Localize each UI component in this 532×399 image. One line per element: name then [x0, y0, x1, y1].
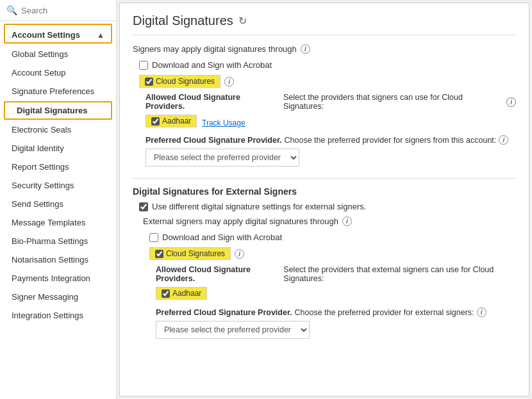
ext-preferred-provider-info-icon[interactable]: i	[477, 307, 486, 317]
sidebar-item-notarisation-settings[interactable]: Notarisation Settings	[0, 250, 116, 269]
aadhaar-checkbox[interactable]	[151, 117, 160, 126]
account-settings-label[interactable]: Account Settings ▲	[4, 24, 112, 44]
ext-cloud-signatures-checkbox[interactable]	[155, 250, 163, 258]
ext-preferred-provider-dropdown[interactable]: Please select the preferred provider	[156, 321, 310, 339]
ext-aadhaar-badge: Aadhaar	[156, 287, 207, 300]
ext-preferred-provider-label-row: Preferred Cloud Signature Provider. Choo…	[156, 307, 516, 317]
external-signers-section: Digital Signatures for External Signers …	[133, 186, 516, 339]
ext-download-acrobat-row: Download and Sign with Acrobat	[143, 232, 516, 242]
ext-download-acrobat-label: Download and Sign with Acrobat	[162, 232, 282, 242]
download-acrobat-checkbox[interactable]	[139, 61, 148, 70]
sidebar-item-send-settings[interactable]: Send Settings	[0, 195, 116, 213]
ext-preferred-provider-section: Preferred Cloud Signature Provider. Choo…	[156, 307, 516, 339]
refresh-icon[interactable]: ↻	[238, 15, 247, 27]
search-input[interactable]	[21, 6, 110, 15]
ext-download-acrobat-checkbox[interactable]	[149, 233, 158, 242]
allowed-providers-section: Allowed Cloud Signature Providers. Selec…	[145, 93, 516, 127]
sidebar-item-bio-pharma-settings[interactable]: Bio-Pharma Settings	[0, 232, 116, 250]
provider-badges-row: Aadhaar Track Usage	[145, 115, 516, 127]
sidebar-item-payments-integration[interactable]: Payments Integration	[0, 269, 116, 288]
search-icon: 🔍	[6, 5, 17, 15]
ext-allowed-providers-label-row: Allowed Cloud Signature Providers. Selec…	[156, 265, 516, 283]
search-bar[interactable]: 🔍	[0, 0, 116, 21]
cloud-signatures-badge: Cloud Signatures	[139, 75, 220, 88]
page-title: Digital Signatures ↻	[133, 13, 516, 35]
allowed-providers-info-icon[interactable]: i	[506, 97, 516, 107]
use-different-row: Use different digital signature settings…	[133, 202, 516, 211]
download-acrobat-label: Download and Sign with Acrobat	[152, 60, 272, 70]
signers-section: Signers may apply digital signatures thr…	[133, 44, 516, 167]
sidebar-item-security-settings[interactable]: Security Settings	[0, 176, 116, 195]
ext-allowed-providers-section: Allowed Cloud Signature Providers. Selec…	[156, 265, 516, 300]
aadhaar-badge: Aadhaar	[145, 115, 197, 127]
allowed-providers-label-row: Allowed Cloud Signature Providers. Selec…	[145, 93, 516, 111]
sidebar-item-electronic-seals[interactable]: Electronic Seals	[0, 120, 116, 139]
sidebar-item-global-settings[interactable]: Global Settings	[0, 45, 116, 63]
sidebar-item-digital-identity[interactable]: Digital Identity	[0, 139, 116, 158]
external-section-title: Digital Signatures for External Signers	[133, 186, 516, 197]
chevron-up-icon: ▲	[97, 31, 104, 40]
preferred-provider-label-row: Preferred Cloud Signature Provider. Choo…	[145, 135, 516, 145]
sidebar-item-report-settings[interactable]: Report Settings	[0, 158, 116, 176]
main-content: Digital Signatures ↻ Signers may apply d…	[119, 3, 529, 396]
sidebar-item-message-templates[interactable]: Message Templates	[0, 213, 116, 232]
ext-cloud-signatures-badge: Cloud Signatures	[149, 247, 231, 260]
cloud-signatures-row: Cloud Signatures i	[133, 75, 516, 88]
ext-cloud-signatures-row: Cloud Signatures i	[143, 247, 516, 260]
cloud-signatures-info-icon[interactable]: i	[224, 77, 234, 86]
cloud-signatures-checkbox[interactable]	[145, 77, 153, 86]
ext-cloud-signatures-info-icon[interactable]: i	[235, 249, 244, 259]
preferred-provider-dropdown[interactable]: Please select the preferred provider	[145, 149, 299, 167]
use-different-label: Use different digital signature settings…	[152, 202, 366, 211]
sidebar-item-signature-preferences[interactable]: Signature Preferences	[0, 82, 116, 101]
ext-provider-badges-row: Aadhaar	[156, 287, 516, 300]
sidebar-item-digital-signatures[interactable]: Digital Signatures	[4, 101, 112, 120]
external-signers-info-icon[interactable]: i	[342, 216, 352, 226]
ext-aadhaar-checkbox[interactable]	[162, 289, 170, 298]
sidebar-item-account-setup[interactable]: Account Setup	[0, 63, 116, 82]
section-divider	[133, 178, 516, 179]
sidebar: 🔍 Account Settings ▲ Global Settings Acc…	[0, 0, 117, 399]
preferred-provider-section: Preferred Cloud Signature Provider. Choo…	[145, 135, 516, 167]
external-sub-section: External signers may apply digital signa…	[143, 216, 516, 339]
sidebar-item-integration-settings[interactable]: Integration Settings	[0, 306, 116, 325]
external-signers-header: External signers may apply digital signa…	[143, 216, 516, 226]
use-different-checkbox[interactable]	[139, 202, 148, 211]
track-usage-link[interactable]: Track Usage	[202, 118, 245, 127]
signers-header: Signers may apply digital signatures thr…	[133, 44, 516, 54]
download-acrobat-row: Download and Sign with Acrobat	[133, 60, 516, 70]
preferred-provider-info-icon[interactable]: i	[499, 135, 508, 145]
signers-info-icon[interactable]: i	[301, 44, 310, 54]
sidebar-item-signer-messaging[interactable]: Signer Messaging	[0, 288, 116, 306]
